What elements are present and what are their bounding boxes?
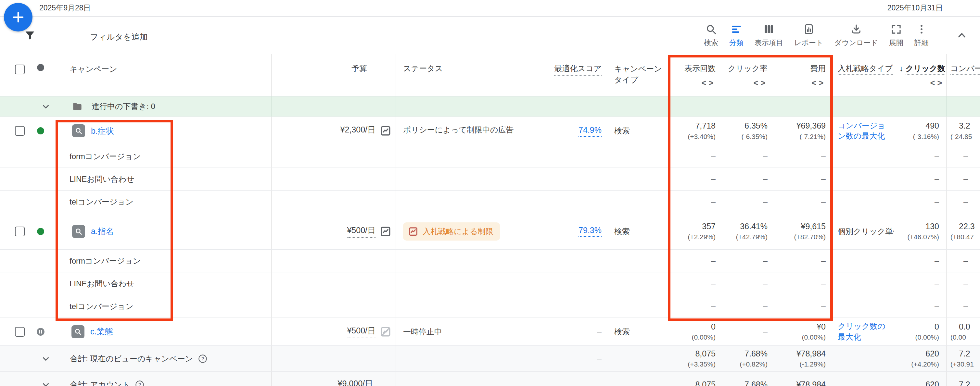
campaign-name-cell: b.症状: [0, 117, 271, 145]
table-row-campaign-b: b.症状 ¥2,300/日 ポリシーによって制限中の広告 74.9% 検索 7,…: [0, 117, 980, 145]
bid-strategy-cell: 個別クリック単価: [833, 213, 894, 249]
campaign-header-cell: キャンペーン: [0, 54, 271, 96]
chevron-down-icon[interactable]: [41, 102, 51, 111]
opt-score-cell: 74.9%: [545, 117, 609, 145]
columns-icon: [763, 23, 775, 35]
budget-report-disabled-icon: [380, 326, 391, 337]
totals-view-row: 合計: 現在のビューのキャンペーン ? – 8,075(+3.35%) 7.68…: [0, 346, 980, 372]
campaign-link[interactable]: c.業態: [90, 326, 113, 337]
campaign-link[interactable]: b.症状: [91, 125, 114, 137]
cost-total-cell: ¥78,984(-1.29%): [775, 346, 833, 372]
conversions-cell: 22.3(+80.47: [946, 213, 980, 249]
cost-cell: ¥0(0.00%): [775, 318, 833, 345]
help-icon[interactable]: ?: [135, 380, 144, 386]
conversions-cell: 3.2(-24.85: [946, 117, 980, 145]
drafts-group-label: 進行中の下書き: 0: [92, 101, 155, 112]
date-range-start: 2025年9月28日: [39, 3, 91, 13]
bid-strategy-column-header[interactable]: 入札戦略タイプ: [833, 54, 894, 96]
impressions-cell: 7,718(+3.40%): [668, 117, 723, 145]
row-checkbox[interactable]: [15, 227, 25, 236]
budget-cell: ¥500/日: [271, 318, 396, 345]
clicks-total-cell: 620: [894, 372, 946, 386]
conversion-action-label: formコンバージョン: [70, 256, 141, 266]
search-icon: [705, 23, 717, 35]
svg-text:?: ?: [138, 382, 141, 386]
compare-toggle-icon[interactable]: <>: [754, 78, 768, 87]
select-all-checkbox[interactable]: [15, 65, 25, 74]
drafts-group-row: 進行中の下書き: 0: [0, 97, 980, 117]
toolbar-search-button[interactable]: 検索: [704, 23, 718, 48]
date-range-end: 2025年10月31日: [888, 3, 943, 13]
toolbar-report-button[interactable]: レポート: [794, 23, 823, 48]
conversion-action-row: LINEお問い合わせ – – – – –: [0, 168, 980, 191]
conversion-action-label: LINEお問い合わせ: [70, 174, 134, 184]
impressions-cell: 357(+2.29%): [668, 213, 723, 249]
opt-score-column-header[interactable]: 最適化スコア: [545, 54, 609, 96]
toolbar-expand-button[interactable]: 展開: [889, 23, 903, 48]
impressions-total-cell: 8,075(+3.35%): [668, 346, 723, 372]
clicks-total-cell: 620(+4.20%): [894, 346, 946, 372]
row-checkbox[interactable]: [15, 126, 25, 136]
conversion-action-label: telコンバージョン: [70, 197, 134, 207]
chevron-down-icon[interactable]: [41, 354, 51, 364]
compare-toggle-icon[interactable]: <>: [702, 78, 716, 87]
conversion-action-row: formコンバージョン – – – – –: [0, 249, 980, 272]
table-header-row: キャンペーン 予算 ステータス 最適化スコア キャンペーンタイプ 表示回数 <>…: [0, 54, 980, 97]
budget-column-header[interactable]: 予算: [271, 54, 396, 96]
status-column-header[interactable]: ステータス: [396, 54, 545, 96]
row-checkbox[interactable]: [15, 327, 25, 337]
conversion-action-row: telコンバージョン – – – – –: [0, 191, 980, 213]
conversion-action-label: formコンバージョン: [70, 151, 141, 162]
report-icon: [803, 23, 815, 35]
more-vertical-icon: [916, 23, 928, 35]
conversions-column-header[interactable]: コンバージョン: [946, 54, 980, 96]
bid-strategy-cell: クリック数の最大化: [833, 318, 894, 345]
campaign-type-column-header[interactable]: キャンペーンタイプ: [609, 54, 668, 96]
compare-toggle-icon[interactable]: <>: [930, 78, 946, 87]
clicks-column-header-sorted[interactable]: ↓ クリック数 <>: [894, 54, 946, 96]
conversion-action-row: telコンバージョン – – – – –: [0, 295, 980, 318]
date-range-bar: 2025年9月28日 2025年10月31日: [0, 0, 980, 17]
conversion-action-label: LINEお問い合わせ: [70, 278, 134, 289]
add-filter-button[interactable]: フィルタを追加: [90, 32, 148, 42]
cost-column-header[interactable]: 費用 <>: [775, 54, 833, 96]
campaign-link[interactable]: a.指名: [91, 226, 114, 237]
budget-total-cell: ¥9,000/日: [271, 372, 396, 386]
chevron-down-icon[interactable]: [41, 380, 51, 386]
budget-report-icon[interactable]: [380, 226, 391, 237]
ctr-column-header[interactable]: クリック率 <>: [723, 54, 775, 96]
budget-cell: ¥500/日: [271, 213, 396, 249]
impressions-cell: 0(0.00%): [668, 318, 723, 345]
toolbar-segment-button[interactable]: 分類: [729, 23, 743, 48]
impressions-column-header[interactable]: 表示回数 <>: [668, 54, 723, 96]
clicks-cell: 130(+46.07%): [894, 213, 946, 249]
status-enabled-icon: [37, 127, 44, 134]
collapse-table-button[interactable]: [956, 30, 968, 41]
bid-strategy-alert-icon: [408, 227, 418, 236]
compare-toggle-icon[interactable]: <>: [812, 78, 826, 87]
campaign-column-header[interactable]: キャンペーン: [70, 64, 117, 74]
cost-cell: ¥69,369(-7.21%): [775, 117, 833, 145]
add-campaign-fab[interactable]: [4, 3, 32, 32]
bid-strategy-limited-badge[interactable]: 入札戦略による制限: [403, 222, 500, 241]
download-icon: [850, 23, 862, 35]
ctr-total-cell: 7.68%(+0.82%): [723, 346, 775, 372]
toolbar-more-button[interactable]: 詳細: [915, 23, 929, 48]
cost-cell: ¥9,615(+82.70%): [775, 213, 833, 249]
toolbar-columns-button[interactable]: 表示項目: [754, 23, 783, 48]
table-row-campaign-c: c.業態 ¥500/日 一時停止中 – 検索 0(0.00%) – ¥0(0.0…: [0, 318, 980, 346]
search-campaign-type-icon: [72, 124, 85, 137]
search-campaign-type-icon: [72, 225, 85, 238]
budget-cell: ¥2,300/日: [271, 117, 396, 145]
conversions-cell: 0.0(0.00: [946, 318, 980, 345]
totals-account-label: 合計: アカウント: [70, 380, 130, 386]
campaign-name-cell: a.指名: [0, 213, 271, 249]
chevron-up-icon: [956, 30, 968, 41]
table-toolbar: 検索 分類 表示項目 レポート ダウンロード 展開 詳細: [698, 17, 980, 54]
opt-score-cell: –: [545, 318, 609, 345]
budget-report-icon[interactable]: [380, 125, 391, 137]
campaign-table: キャンペーン 予算 ステータス 最適化スコア キャンペーンタイプ 表示回数 <>…: [0, 54, 980, 386]
help-icon[interactable]: ?: [198, 354, 207, 363]
toolbar-download-button[interactable]: ダウンロード: [834, 23, 878, 48]
campaign-type-cell: 検索: [609, 213, 668, 249]
